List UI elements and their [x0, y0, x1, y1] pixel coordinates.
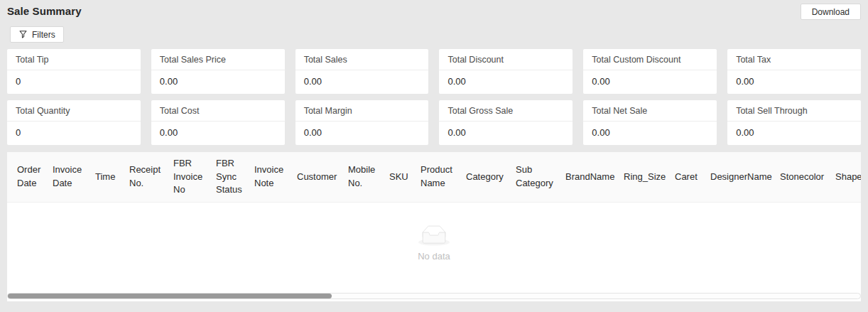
summary-cards-grid: Total Tip 0 Total Sales Price 0.00 Total… — [7, 49, 861, 145]
empty-inbox-icon — [418, 225, 450, 246]
summary-card-label: Total Discount — [439, 49, 573, 70]
summary-card-label: Total Sales — [295, 49, 429, 70]
summary-card-value: 0.00 — [439, 122, 573, 145]
column-header: Ring_Size — [624, 171, 675, 184]
column-header: Sub Category — [516, 163, 565, 190]
summary-card-label: Total Tip — [7, 49, 141, 70]
summary-card-label: Total Margin — [295, 100, 429, 122]
summary-card-label: Total Tax — [727, 49, 861, 70]
summary-card: Total Custom Discount 0.00 — [583, 49, 717, 94]
summary-card: Total Gross Sale 0.00 — [439, 100, 573, 145]
page-title: Sale Summary — [7, 4, 82, 17]
summary-card-label: Total Gross Sale — [439, 100, 573, 122]
summary-card: Total Sell Through 0.00 — [727, 100, 861, 145]
filters-row: Filters — [0, 20, 868, 43]
summary-card: Total Sales 0.00 — [295, 49, 429, 94]
column-header: Category — [466, 171, 516, 184]
summary-card-value: 0.00 — [439, 70, 573, 94]
column-header: Order Date — [17, 163, 53, 190]
column-header: FBR Invoice No — [173, 157, 216, 198]
summary-card: Total Cost 0.00 — [151, 100, 285, 145]
summary-card-value: 0 — [7, 70, 141, 94]
horizontal-scrollbar-zone — [7, 292, 861, 301]
column-header: Time — [95, 171, 129, 184]
summary-card-label: Total Net Sale — [583, 100, 717, 122]
summary-card: Total Tip 0 — [7, 49, 141, 94]
column-header: BrandName — [565, 171, 624, 184]
summary-card-value: 0.00 — [583, 70, 717, 94]
horizontal-scrollbar-track[interactable] — [7, 293, 861, 299]
summary-card: Total Quantity 0 — [7, 100, 141, 145]
summary-card-value: 0.00 — [727, 122, 861, 145]
column-header: DesignerName — [710, 171, 780, 184]
summary-card: Total Sales Price 0.00 — [151, 49, 285, 94]
summary-card-value: 0.00 — [295, 70, 429, 94]
download-button-label: Download — [812, 7, 850, 17]
table-empty-state: No data — [7, 203, 861, 292]
summary-card-label: Total Custom Discount — [583, 49, 717, 70]
column-header: Caret — [675, 171, 710, 184]
summary-card-value: 0.00 — [151, 122, 285, 145]
column-header: Product Name — [421, 163, 466, 190]
summary-card: Total Net Sale 0.00 — [583, 100, 717, 145]
summary-card-label: Total Sell Through — [727, 100, 861, 122]
download-button[interactable]: Download — [801, 4, 861, 20]
column-header: Mobile No. — [348, 163, 389, 190]
topbar: Sale Summary Download — [0, 0, 868, 20]
column-header: Invoice Note — [254, 163, 297, 190]
summary-card-label: Total Cost — [151, 100, 285, 122]
summary-card: Total Tax 0.00 — [727, 49, 861, 94]
horizontal-scrollbar-thumb[interactable] — [8, 294, 332, 298]
funnel-icon — [18, 30, 28, 39]
summary-card: Total Discount 0.00 — [439, 49, 573, 94]
summary-card: Total Margin 0.00 — [295, 100, 429, 145]
summary-card-value: 0.00 — [583, 122, 717, 145]
column-header: Stonecolor — [780, 171, 835, 184]
column-header: Shape — [835, 171, 861, 184]
column-header: Customer — [297, 171, 348, 184]
sales-table: Order DateInvoice DateTimeReceipt No.FBR… — [7, 152, 861, 301]
summary-card-label: Total Quantity — [7, 100, 141, 122]
filters-button-label: Filters — [32, 30, 55, 40]
filters-button[interactable]: Filters — [10, 26, 64, 43]
column-header: Invoice Date — [53, 163, 95, 190]
table-header-row: Order DateInvoice DateTimeReceipt No.FBR… — [7, 152, 861, 203]
empty-state-text: No data — [418, 251, 450, 262]
column-header: SKU — [389, 171, 421, 184]
summary-card-value: 0.00 — [151, 70, 285, 94]
summary-card-value: 0 — [7, 122, 141, 145]
summary-card-label: Total Sales Price — [151, 49, 285, 70]
summary-card-value: 0.00 — [727, 70, 861, 94]
column-header: FBR Sync Status — [216, 157, 254, 198]
summary-card-value: 0.00 — [295, 122, 429, 145]
column-header: Receipt No. — [129, 163, 173, 190]
